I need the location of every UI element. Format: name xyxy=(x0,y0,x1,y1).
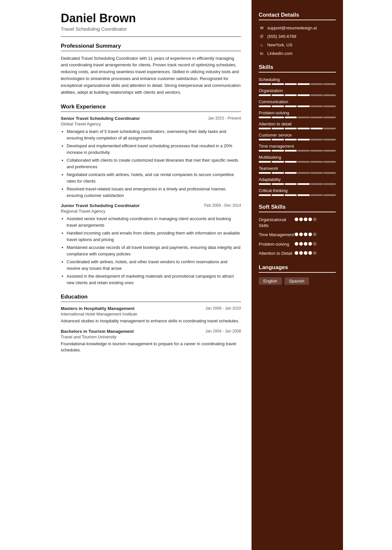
skill-segment xyxy=(285,172,297,174)
skill-segment xyxy=(272,139,284,140)
skill-segment xyxy=(298,150,310,152)
soft-skill-dot xyxy=(308,242,312,246)
skill-name: Scheduling xyxy=(259,77,336,82)
email-icon: ✉ xyxy=(259,25,265,31)
skill-segment xyxy=(311,172,323,174)
skill-segment xyxy=(272,194,284,196)
skill-segment xyxy=(324,161,336,163)
skill-segment xyxy=(298,194,310,196)
skills-title: Skills xyxy=(259,64,336,73)
soft-skills-title: Soft Skills xyxy=(259,204,336,212)
job-bullet: Assisted in the development of marketing… xyxy=(67,273,241,286)
skill-segment xyxy=(298,83,310,85)
skill-segment xyxy=(324,105,336,107)
skill-segment xyxy=(259,194,271,196)
skill-bar xyxy=(259,105,336,107)
languages-section: Languages EnglishSpanish xyxy=(259,264,336,285)
phone-icon: ✆ xyxy=(259,33,265,39)
job-title: Junior Travel Scheduling Coordinator xyxy=(61,203,140,208)
soft-skill-name: Time Management xyxy=(259,232,295,238)
skill-item: Adaptability xyxy=(259,177,336,185)
skill-segment xyxy=(324,94,336,96)
soft-skill-item: Organizational Skills xyxy=(259,217,336,229)
skill-bar xyxy=(259,117,336,118)
skill-segment xyxy=(311,183,323,185)
skill-segment xyxy=(259,117,271,118)
skill-segment xyxy=(324,183,336,185)
soft-skill-name: Organizational Skills xyxy=(259,217,295,229)
job-company: Regional Travel Agency xyxy=(61,209,241,214)
location-icon: ⌂ xyxy=(259,42,265,48)
skill-segment xyxy=(285,139,297,140)
edu-date: Jan 2008 - Jan 2010 xyxy=(205,306,241,311)
soft-skill-dot xyxy=(308,233,312,236)
skill-segment xyxy=(272,105,284,107)
contact-phone: ✆ (555) 345-6789 xyxy=(259,33,336,39)
skill-item: Teamwork xyxy=(259,166,336,174)
skill-name: Problem-solving xyxy=(259,110,336,115)
skill-item: Multitasking xyxy=(259,155,336,163)
edu-description: Foundational knowledge in tourism manage… xyxy=(61,341,241,353)
edu-degree: Bachelors in Tourism Management xyxy=(61,329,134,334)
soft-skill-dots xyxy=(295,241,317,246)
skill-segment xyxy=(298,128,310,129)
skill-segment xyxy=(285,94,297,96)
skill-segment xyxy=(324,150,336,152)
soft-skill-dot xyxy=(299,251,303,255)
skill-item: Communication xyxy=(259,99,336,107)
job-bullet: Handled incoming calls and emails from c… xyxy=(67,230,241,243)
skill-name: Communication xyxy=(259,99,336,104)
skill-bar xyxy=(259,94,336,96)
skill-segment xyxy=(259,139,271,140)
skill-name: Organization xyxy=(259,88,336,93)
skill-segment xyxy=(285,128,297,129)
edu-date: Jan 2004 - Jan 2008 xyxy=(205,329,241,333)
skill-segment xyxy=(324,139,336,140)
soft-skill-item: Problem-solving xyxy=(259,241,336,247)
name-block: Daniel Brown Travel Scheduling Coordinat… xyxy=(61,12,241,32)
soft-skill-dots xyxy=(295,251,317,255)
language-tag: Spanish xyxy=(285,277,309,285)
skill-name: Teamwork xyxy=(259,166,336,171)
skill-item: Problem-solving xyxy=(259,110,336,118)
skill-segment xyxy=(298,94,310,96)
skill-name: Critical thinking xyxy=(259,188,336,193)
skill-bar xyxy=(259,172,336,174)
skill-segment xyxy=(272,161,284,163)
skill-segment xyxy=(285,183,297,185)
soft-skill-dot xyxy=(295,251,298,255)
language-tag: English xyxy=(259,277,282,285)
skill-segment xyxy=(311,105,323,107)
skill-item: Customer service xyxy=(259,133,336,140)
candidate-name: Daniel Brown xyxy=(61,12,241,25)
soft-skill-dots xyxy=(295,232,317,236)
skill-segment xyxy=(259,183,271,185)
skill-segment xyxy=(298,161,310,163)
soft-skill-dot xyxy=(313,251,317,255)
job-title: Senior Travel Scheduling Coordinator xyxy=(61,116,140,121)
soft-skill-dot xyxy=(295,242,298,246)
job-entry: Junior Travel Scheduling CoordinatorFeb … xyxy=(61,203,241,286)
work-experience-title: Work Experience xyxy=(61,104,241,112)
skill-segment xyxy=(285,161,297,163)
skill-segment xyxy=(259,150,271,152)
job-bullet: Developed and implemented efficient trav… xyxy=(67,143,241,155)
soft-skill-dot xyxy=(299,233,303,236)
skill-segment xyxy=(311,94,323,96)
skill-bar xyxy=(259,194,336,196)
skill-segment xyxy=(272,94,284,96)
name-divider xyxy=(61,36,241,37)
contact-linkedin: in LinkedIn.com xyxy=(259,50,336,56)
job-entry: Senior Travel Scheduling CoordinatorJan … xyxy=(61,116,241,199)
job-bullet: Coordinated with airlines, hotels, and o… xyxy=(67,259,241,271)
job-bullet: Maintained accurate records of all trave… xyxy=(67,244,241,257)
soft-skill-item: Time Management xyxy=(259,232,336,238)
skill-bar xyxy=(259,139,336,140)
soft-skills-section: Soft Skills Organizational SkillsTime Ma… xyxy=(259,204,336,256)
contact-location: ⌂ NewYork, US xyxy=(259,42,336,48)
skill-segment xyxy=(298,172,310,174)
soft-skill-dot xyxy=(308,218,312,221)
skill-name: Time management xyxy=(259,144,336,149)
skill-segment xyxy=(259,105,271,107)
job-date: Feb 2009 - Dec 2014 xyxy=(204,203,241,208)
